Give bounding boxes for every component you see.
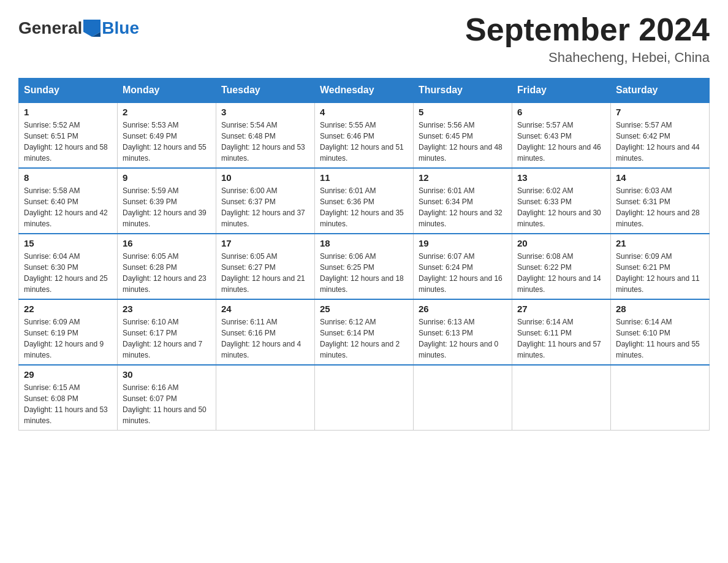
day-info: Sunrise: 6:04 AMSunset: 6:30 PMDaylight:…: [24, 251, 112, 295]
day-number: 15: [24, 238, 112, 248]
day-info: Sunrise: 5:54 AMSunset: 6:48 PMDaylight:…: [221, 120, 309, 164]
calendar-cell: 7Sunrise: 5:57 AMSunset: 6:42 PMDaylight…: [611, 102, 710, 168]
calendar-cell: 21Sunrise: 6:09 AMSunset: 6:21 PMDayligh…: [611, 234, 710, 299]
day-number: 30: [123, 369, 211, 380]
day-number: 6: [517, 107, 605, 117]
day-info: Sunrise: 6:05 AMSunset: 6:27 PMDaylight:…: [221, 251, 309, 295]
day-number: 17: [221, 238, 309, 248]
day-info: Sunrise: 6:07 AMSunset: 6:24 PMDaylight:…: [419, 251, 507, 295]
calendar-cell: 1Sunrise: 5:52 AMSunset: 6:51 PMDaylight…: [19, 102, 118, 168]
week-row-4: 22Sunrise: 6:09 AMSunset: 6:19 PMDayligh…: [19, 299, 710, 365]
day-info: Sunrise: 6:12 AMSunset: 6:14 PMDaylight:…: [320, 316, 408, 361]
day-info: Sunrise: 6:14 AMSunset: 6:11 PMDaylight:…: [517, 316, 605, 361]
calendar-cell: 3Sunrise: 5:54 AMSunset: 6:48 PMDaylight…: [216, 102, 315, 168]
day-info: Sunrise: 6:10 AMSunset: 6:17 PMDaylight:…: [123, 316, 211, 361]
day-info: Sunrise: 6:05 AMSunset: 6:28 PMDaylight:…: [123, 251, 211, 295]
day-number: 2: [123, 107, 211, 117]
calendar-cell: 14Sunrise: 6:03 AMSunset: 6:31 PMDayligh…: [611, 168, 710, 234]
day-number: 3: [221, 107, 309, 117]
day-info: Sunrise: 6:03 AMSunset: 6:31 PMDaylight:…: [616, 185, 704, 229]
logo-icon: [83, 20, 100, 37]
day-info: Sunrise: 5:56 AMSunset: 6:45 PMDaylight:…: [419, 120, 507, 164]
day-number: 4: [320, 107, 408, 117]
day-number: 20: [517, 238, 605, 248]
day-info: Sunrise: 6:11 AMSunset: 6:16 PMDaylight:…: [221, 316, 309, 361]
calendar-cell: 5Sunrise: 5:56 AMSunset: 6:45 PMDaylight…: [414, 102, 512, 168]
calendar-cell: 8Sunrise: 5:58 AMSunset: 6:40 PMDaylight…: [19, 168, 118, 234]
day-number: 25: [320, 304, 408, 314]
day-info: Sunrise: 6:09 AMSunset: 6:19 PMDaylight:…: [24, 316, 112, 361]
calendar-cell: 15Sunrise: 6:04 AMSunset: 6:30 PMDayligh…: [19, 234, 118, 299]
day-info: Sunrise: 6:16 AMSunset: 6:07 PMDaylight:…: [123, 382, 211, 426]
day-info: Sunrise: 6:09 AMSunset: 6:21 PMDaylight:…: [616, 251, 704, 295]
calendar-cell: [414, 365, 512, 431]
logo: General Blue: [18, 18, 139, 38]
col-sunday: Sunday: [19, 79, 118, 103]
calendar-cell: [216, 365, 315, 431]
logo-text-blue: Blue: [102, 18, 139, 38]
day-number: 16: [123, 238, 211, 248]
calendar-cell: 16Sunrise: 6:05 AMSunset: 6:28 PMDayligh…: [118, 234, 216, 299]
title-area: September 2024 Shahecheng, Hebei, China: [465, 12, 710, 66]
day-number: 11: [320, 172, 408, 183]
calendar-cell: 19Sunrise: 6:07 AMSunset: 6:24 PMDayligh…: [414, 234, 512, 299]
day-number: 1: [24, 107, 112, 117]
week-row-2: 8Sunrise: 5:58 AMSunset: 6:40 PMDaylight…: [19, 168, 710, 234]
calendar-cell: 26Sunrise: 6:13 AMSunset: 6:13 PMDayligh…: [414, 299, 512, 365]
day-number: 27: [517, 304, 605, 314]
calendar-title: September 2024: [465, 12, 710, 47]
page-header: General Blue September 2024 Shahecheng, …: [18, 12, 710, 66]
calendar-cell: [315, 365, 414, 431]
calendar-table: Sunday Monday Tuesday Wednesday Thursday…: [18, 78, 710, 431]
day-number: 23: [123, 304, 211, 314]
logo-text-general: General: [18, 18, 82, 38]
day-info: Sunrise: 6:01 AMSunset: 6:36 PMDaylight:…: [320, 185, 408, 229]
day-info: Sunrise: 6:00 AMSunset: 6:37 PMDaylight:…: [221, 185, 309, 229]
day-number: 29: [24, 369, 112, 380]
calendar-cell: 2Sunrise: 5:53 AMSunset: 6:49 PMDaylight…: [118, 102, 216, 168]
calendar-cell: 4Sunrise: 5:55 AMSunset: 6:46 PMDaylight…: [315, 102, 414, 168]
day-number: 19: [419, 238, 507, 248]
day-info: Sunrise: 5:58 AMSunset: 6:40 PMDaylight:…: [24, 185, 112, 229]
calendar-cell: 25Sunrise: 6:12 AMSunset: 6:14 PMDayligh…: [315, 299, 414, 365]
week-row-3: 15Sunrise: 6:04 AMSunset: 6:30 PMDayligh…: [19, 234, 710, 299]
day-info: Sunrise: 6:01 AMSunset: 6:34 PMDaylight:…: [419, 185, 507, 229]
header-row: Sunday Monday Tuesday Wednesday Thursday…: [19, 79, 710, 103]
day-info: Sunrise: 5:57 AMSunset: 6:42 PMDaylight:…: [616, 120, 704, 164]
col-wednesday: Wednesday: [315, 79, 414, 103]
calendar-cell: 18Sunrise: 6:06 AMSunset: 6:25 PMDayligh…: [315, 234, 414, 299]
day-number: 28: [616, 304, 704, 314]
day-number: 26: [419, 304, 507, 314]
calendar-cell: 17Sunrise: 6:05 AMSunset: 6:27 PMDayligh…: [216, 234, 315, 299]
col-monday: Monday: [118, 79, 216, 103]
day-number: 24: [221, 304, 309, 314]
calendar-cell: 13Sunrise: 6:02 AMSunset: 6:33 PMDayligh…: [512, 168, 611, 234]
calendar-cell: 22Sunrise: 6:09 AMSunset: 6:19 PMDayligh…: [19, 299, 118, 365]
calendar-cell: [512, 365, 611, 431]
day-info: Sunrise: 6:13 AMSunset: 6:13 PMDaylight:…: [419, 316, 507, 361]
calendar-cell: 28Sunrise: 6:14 AMSunset: 6:10 PMDayligh…: [611, 299, 710, 365]
day-info: Sunrise: 5:57 AMSunset: 6:43 PMDaylight:…: [517, 120, 605, 164]
day-number: 22: [24, 304, 112, 314]
day-number: 8: [24, 172, 112, 183]
week-row-1: 1Sunrise: 5:52 AMSunset: 6:51 PMDaylight…: [19, 102, 710, 168]
calendar-cell: 23Sunrise: 6:10 AMSunset: 6:17 PMDayligh…: [118, 299, 216, 365]
week-row-5: 29Sunrise: 6:15 AMSunset: 6:08 PMDayligh…: [19, 365, 710, 431]
day-info: Sunrise: 5:55 AMSunset: 6:46 PMDaylight:…: [320, 120, 408, 164]
day-info: Sunrise: 5:53 AMSunset: 6:49 PMDaylight:…: [123, 120, 211, 164]
day-info: Sunrise: 6:15 AMSunset: 6:08 PMDaylight:…: [24, 382, 112, 426]
col-saturday: Saturday: [611, 79, 710, 103]
calendar-cell: 24Sunrise: 6:11 AMSunset: 6:16 PMDayligh…: [216, 299, 315, 365]
col-friday: Friday: [512, 79, 611, 103]
calendar-cell: 9Sunrise: 5:59 AMSunset: 6:39 PMDaylight…: [118, 168, 216, 234]
day-number: 13: [517, 172, 605, 183]
day-number: 21: [616, 238, 704, 248]
calendar-cell: 6Sunrise: 5:57 AMSunset: 6:43 PMDaylight…: [512, 102, 611, 168]
calendar-cell: 20Sunrise: 6:08 AMSunset: 6:22 PMDayligh…: [512, 234, 611, 299]
col-thursday: Thursday: [414, 79, 512, 103]
day-info: Sunrise: 6:02 AMSunset: 6:33 PMDaylight:…: [517, 185, 605, 229]
calendar-subtitle: Shahecheng, Hebei, China: [465, 50, 710, 66]
calendar-cell: [611, 365, 710, 431]
calendar-cell: 12Sunrise: 6:01 AMSunset: 6:34 PMDayligh…: [414, 168, 512, 234]
day-number: 5: [419, 107, 507, 117]
